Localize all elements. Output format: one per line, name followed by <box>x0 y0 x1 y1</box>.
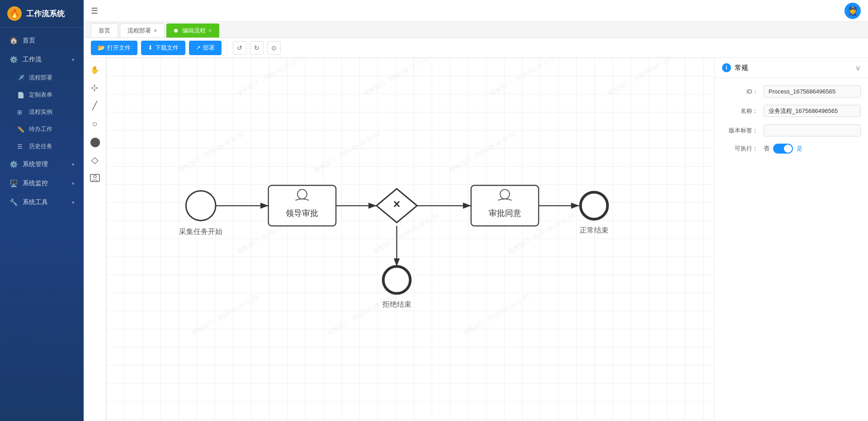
sidebar-label-sysmgmt: 系统管理 <box>23 160 72 168</box>
instance-icon: ⊞ <box>17 109 25 116</box>
circle-start-tool[interactable]: ○ <box>87 116 103 132</box>
props-name-row: 名称： <box>722 105 861 117</box>
start-label: 采集任务开始 <box>179 227 222 235</box>
sidebar-item-sys-mgmt[interactable]: ⚙️ 系统管理 ▾ <box>0 155 84 174</box>
deploy-button[interactable]: ↗ 部署 <box>189 41 222 55</box>
tab-edit-close[interactable]: × <box>208 28 212 34</box>
props-version-input[interactable] <box>764 124 861 136</box>
canvas-area[interactable]: 研发部门 2018-03-16 11:33 研发部门 2018-03-16 11… <box>106 58 714 421</box>
pending-icon: ✏️ <box>17 126 25 133</box>
systools-arrow: ▾ <box>72 200 75 206</box>
sidebar-label-sysmonitor: 系统监控 <box>23 179 72 187</box>
tab-edit-label: 编辑流程 <box>182 27 206 35</box>
executable-toggle[interactable] <box>773 144 793 154</box>
sysmgmt-arrow: ▾ <box>72 162 75 168</box>
form-icon: 📄 <box>17 92 25 98</box>
svg-rect-12 <box>471 185 538 226</box>
sidebar-label-history: 历史任务 <box>29 142 52 150</box>
deploy-label: 部署 <box>203 44 215 52</box>
tab-deploy-close[interactable]: × <box>154 28 157 34</box>
avatar[interactable]: 👮 <box>844 3 861 19</box>
info-icon: i <box>722 63 731 72</box>
sidebar-item-sys-monitor[interactable]: 🖥️ 系统监控 ▾ <box>0 174 84 193</box>
diamond-tool[interactable]: ◇ <box>87 152 103 168</box>
props-id-row: ID： <box>722 85 861 98</box>
open-file-button[interactable]: 📂 打开文件 <box>91 41 137 55</box>
deploy-icon: ↗ <box>196 44 201 51</box>
toggle-yes-label: 是 <box>797 145 802 153</box>
logo-icon: 🔥 <box>7 6 22 21</box>
toggle-group: 否 是 <box>764 144 802 154</box>
sidebar-item-sys-tools[interactable]: 🔧 系统工具 ▾ <box>0 193 84 212</box>
tool-palette: ✋ ⊹ ╱ ○ ⬤ ◇ <box>84 58 106 421</box>
sysmonitor-icon: 🖥️ <box>9 179 18 187</box>
task-tool[interactable] <box>87 170 103 186</box>
svg-text:×: × <box>393 197 401 211</box>
svg-point-1 <box>94 175 96 178</box>
props-header: i 常规 ∨ <box>715 58 868 78</box>
svg-point-7 <box>186 191 216 220</box>
workflow-icon: ⚙️ <box>9 56 18 64</box>
main-content: ☰ 👮 首页 流程部署 × 编辑流程 × 📂 打开文件 ⬇ 下载文件 ↗ 部署 <box>84 0 868 421</box>
sidebar-label-pending: 待办工作 <box>29 125 52 133</box>
tab-home[interactable]: 首页 <box>91 23 118 37</box>
props-executable-label: 可执行： <box>722 145 758 153</box>
toggle-no-label: 否 <box>764 145 769 153</box>
sidebar-label-systools: 系统工具 <box>23 198 72 206</box>
home-icon: 🏠 <box>9 37 18 45</box>
logo-area: 🔥 工作流系统 <box>0 0 84 28</box>
sysmonitor-arrow: ▾ <box>72 181 75 187</box>
sidebar-item-home[interactable]: 🏠 首页 <box>0 31 84 50</box>
props-executable-row: 可执行： 否 是 <box>722 144 861 154</box>
end-reject-label: 拒绝结束 <box>382 300 411 308</box>
props-version-row: 版本标签： <box>722 124 861 136</box>
svg-point-15 <box>383 267 410 294</box>
open-file-icon: 📂 <box>98 44 105 51</box>
undo-button[interactable]: ↺ <box>233 41 246 55</box>
history-icon: ☰ <box>17 143 25 150</box>
tab-process-deploy[interactable]: 流程部署 × <box>120 23 165 37</box>
bpmn-diagram[interactable]: 采集任务开始 领导审批 × 审批同意 正常结束 拒绝结束 <box>106 58 714 421</box>
sidebar-item-workflow[interactable]: ⚙️ 工作流 ▾ <box>0 50 84 69</box>
reset-button[interactable]: ⊙ <box>267 41 281 55</box>
task1-label: 领导审批 <box>286 209 318 218</box>
tab-edit-process[interactable]: 编辑流程 × <box>166 23 219 37</box>
props-collapse-icon[interactable]: ∨ <box>855 64 861 72</box>
props-version-label: 版本标签： <box>722 126 758 135</box>
select-tool[interactable]: ⊹ <box>87 80 103 96</box>
svg-point-14 <box>580 192 608 219</box>
sidebar-item-history-task[interactable]: ☰ 历史任务 <box>0 138 84 155</box>
app-title: 工作流系统 <box>26 9 65 19</box>
sidebar-label-instance: 流程实例 <box>29 108 52 116</box>
menu-toggle-button[interactable]: ☰ <box>91 6 98 16</box>
sidebar-label-deploy: 流程部署 <box>29 74 52 82</box>
svg-rect-8 <box>269 185 336 226</box>
props-title: 常规 <box>735 64 748 72</box>
tab-bar: 首页 流程部署 × 编辑流程 × <box>84 22 868 38</box>
circle-end-tool[interactable]: ⬤ <box>87 134 103 150</box>
deploy-icon: ✈️ <box>17 75 25 81</box>
download-file-button[interactable]: ⬇ 下载文件 <box>141 41 185 55</box>
pan-tool[interactable]: ✋ <box>87 61 103 78</box>
props-id-input[interactable] <box>764 85 861 98</box>
sidebar-item-pending-work[interactable]: ✏️ 待办工作 <box>0 121 84 138</box>
systools-icon: 🔧 <box>9 198 18 206</box>
sidebar-item-process-deploy[interactable]: ✈️ 流程部署 <box>0 69 84 86</box>
properties-panel: i 常规 ∨ ID： 名称： 版本标签： <box>714 58 868 421</box>
sidebar-menu: 🏠 首页 ⚙️ 工作流 ▾ ✈️ 流程部署 📄 定制表单 ⊞ 流程实例 ✏️ 待… <box>0 28 84 421</box>
sidebar-item-process-instance[interactable]: ⊞ 流程实例 <box>0 103 84 121</box>
toolbar-separator <box>227 42 227 53</box>
toolbar: 📂 打开文件 ⬇ 下载文件 ↗ 部署 ↺ ↻ ⊙ <box>84 38 868 58</box>
props-name-input[interactable] <box>764 105 861 117</box>
open-file-label: 打开文件 <box>107 44 131 52</box>
sidebar-item-custom-form[interactable]: 📄 定制表单 <box>0 86 84 103</box>
download-label: 下载文件 <box>155 44 179 52</box>
sidebar: 🔥 工作流系统 🏠 首页 ⚙️ 工作流 ▾ ✈️ 流程部署 📄 定制表单 ⊞ 流… <box>0 0 84 421</box>
props-header-left: i 常规 <box>722 63 748 72</box>
connect-tool[interactable]: ╱ <box>87 98 103 114</box>
topbar: ☰ 👮 <box>84 0 868 22</box>
sysmgmt-icon: ⚙️ <box>9 160 18 168</box>
props-body: ID： 名称： 版本标签： 可执行： 否 <box>715 78 868 168</box>
redo-button[interactable]: ↻ <box>250 41 264 55</box>
download-icon: ⬇ <box>148 44 153 51</box>
